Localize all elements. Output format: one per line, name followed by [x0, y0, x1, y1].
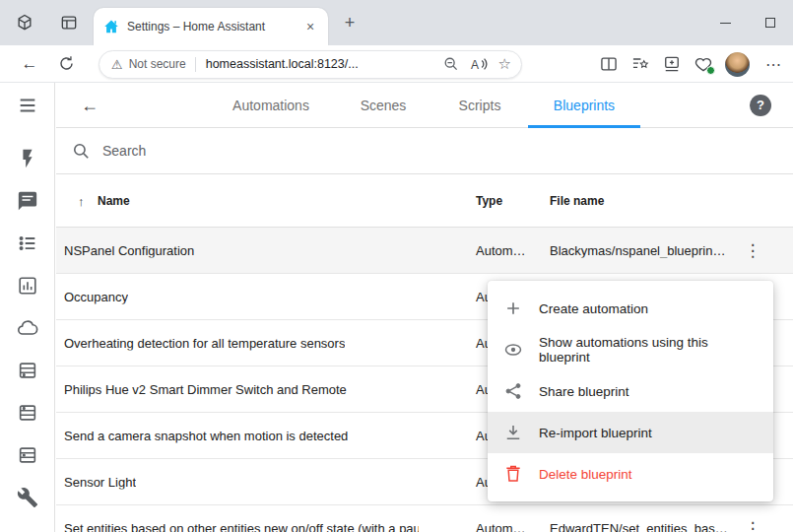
sidebar-menu-icon[interactable] — [17, 95, 38, 116]
tab-automations[interactable]: Automations — [232, 83, 309, 128]
tab-close-icon[interactable]: × — [302, 19, 318, 34]
column-header-type[interactable]: Type — [476, 194, 502, 208]
security-label: Not secure — [129, 57, 186, 71]
menu-item-label: Share blueprint — [539, 384, 629, 399]
tab-actions-icon[interactable] — [59, 13, 79, 33]
browser-window: Settings – Home Assistant × + × ← ⚠ Not … — [0, 0, 793, 532]
server-icon-3[interactable] — [17, 444, 38, 466]
row-name: Sensor Light — [64, 475, 136, 490]
server-icon-2[interactable] — [17, 402, 38, 424]
row-file: EdwardTEN/set_entities_bas… — [550, 521, 728, 532]
row-type: Autom… — [476, 521, 526, 532]
ha-back-button[interactable]: ← — [78, 83, 101, 128]
tab-title: Settings – Home Assistant — [127, 20, 297, 33]
menu-item-label: Delete blueprint — [539, 467, 632, 482]
collections-icon[interactable] — [662, 54, 682, 74]
home-assistant-app: ← Automations Scenes Scripts Blueprints … — [0, 83, 793, 532]
profile-avatar[interactable] — [725, 52, 750, 77]
plus-icon — [503, 299, 523, 318]
zoom-out-icon[interactable] — [443, 56, 459, 72]
server-icon-1[interactable] — [17, 360, 38, 381]
row-file: Blackymas/nspanel_blueprin… — [550, 243, 725, 258]
table-row[interactable]: Set entities based on other entities new… — [56, 505, 793, 532]
logbook-icon[interactable] — [17, 233, 38, 254]
menu-item-show-automations[interactable]: Show automations using this blueprint — [488, 329, 773, 370]
home-assistant-favicon — [103, 19, 119, 34]
row-name: Philips Hue v2 Smart Dimmer Switch and R… — [64, 382, 347, 397]
column-header-file[interactable]: File name — [550, 194, 604, 208]
developer-tools-icon[interactable] — [17, 487, 38, 508]
cloud-icon[interactable] — [17, 317, 38, 339]
menu-item-share-blueprint[interactable]: Share blueprint — [488, 370, 773, 412]
row-type: Autom… — [476, 243, 526, 258]
maximize-button[interactable] — [748, 0, 793, 45]
browser-menu-icon[interactable]: ⋯ — [761, 55, 785, 74]
row-name: Set entities based on other entities new… — [64, 521, 419, 532]
browser-essentials-icon[interactable] — [694, 54, 713, 74]
ha-header: ← Automations Scenes Scripts Blueprints … — [56, 83, 793, 128]
tab-scripts[interactable]: Scripts — [459, 83, 501, 128]
svg-text:A: A — [471, 58, 479, 72]
download-icon — [503, 423, 523, 442]
row-name: Overheating detection for all temperatur… — [64, 336, 345, 351]
window-controls: × — [702, 0, 793, 45]
search-bar[interactable]: Search — [56, 128, 793, 174]
new-tab-button[interactable]: + — [339, 12, 361, 33]
back-button[interactable]: ← — [16, 50, 43, 78]
help-button[interactable]: ? — [750, 95, 771, 116]
not-secure-warning-icon: ⚠ — [111, 57, 123, 72]
favorite-star-icon[interactable]: ☆ — [498, 55, 511, 73]
tab-blueprints[interactable]: Blueprints — [554, 83, 615, 128]
sort-ascending-icon[interactable]: ↑ — [78, 193, 85, 208]
trash-icon — [503, 464, 523, 484]
table-header: ↑ Name Type File name — [56, 174, 793, 228]
workspaces-icon[interactable] — [15, 13, 34, 33]
menu-item-label: Show automations using this blueprint — [539, 335, 758, 365]
assist-chat-icon[interactable] — [17, 190, 38, 212]
address-bar[interactable]: ⚠ Not secure homeassistant.local:8123/..… — [99, 50, 522, 79]
read-aloud-icon[interactable]: A — [470, 56, 488, 72]
essentials-status-dot — [706, 66, 715, 75]
row-overflow-menu-icon[interactable]: ⋮ — [744, 518, 761, 532]
address-divider — [195, 57, 196, 72]
row-name: Send a camera snapshot when motion is de… — [64, 429, 348, 443]
favorites-hub-icon[interactable] — [630, 54, 650, 74]
eye-icon — [503, 340, 523, 360]
split-screen-icon[interactable] — [599, 54, 619, 74]
history-chart-icon[interactable] — [17, 275, 38, 297]
menu-item-create-automation[interactable]: Create automation — [488, 288, 773, 329]
share-icon — [503, 381, 523, 401]
table-row[interactable]: NSPanel Configuration Autom… Blackymas/n… — [56, 228, 793, 274]
menu-item-delete-blueprint[interactable]: Delete blueprint — [488, 453, 773, 495]
browser-titlebar: Settings – Home Assistant × + × — [0, 0, 793, 45]
tab-scenes[interactable]: Scenes — [361, 83, 407, 128]
row-name: Occupancy — [64, 290, 128, 304]
browser-tab[interactable]: Settings – Home Assistant × — [94, 8, 328, 45]
navbar-right-icons: ⋯ — [599, 45, 785, 83]
refresh-button[interactable] — [57, 54, 85, 82]
row-name: NSPanel Configuration — [64, 243, 194, 258]
menu-item-label: Re-import blueprint — [539, 426, 652, 440]
menu-item-reimport-blueprint[interactable]: Re-import blueprint — [488, 412, 773, 453]
menu-item-label: Create automation — [539, 301, 648, 316]
column-header-name[interactable]: Name — [98, 194, 130, 208]
minimize-button[interactable] — [702, 0, 748, 45]
row-overflow-menu-icon[interactable]: ⋮ — [744, 240, 761, 261]
blueprint-context-menu: Create automation Show automations using… — [488, 281, 773, 501]
url-text[interactable]: homeassistant.local:8123/... — [206, 57, 435, 71]
search-placeholder: Search — [102, 143, 146, 159]
energy-icon[interactable] — [17, 148, 38, 169]
search-icon — [72, 142, 91, 161]
ha-sidebar — [0, 83, 55, 532]
